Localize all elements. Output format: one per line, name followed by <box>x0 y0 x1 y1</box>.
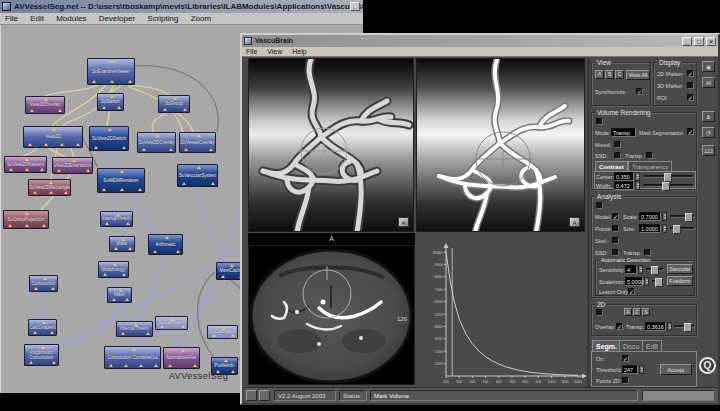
graph-node[interactable]: SoVesselOverlay <box>179 132 216 153</box>
marker-2d-checkbox[interactable] <box>687 70 694 77</box>
center-slider[interactable] <box>644 175 694 178</box>
size-slider[interactable] <box>670 227 695 230</box>
menu-help[interactable]: Help <box>288 47 310 56</box>
data-grid-icon[interactable]: 123 <box>702 145 715 156</box>
graph-node[interactable]: Morphology <box>98 261 129 278</box>
twod-axial-button[interactable]: A <box>624 308 632 316</box>
twod-sagittal-button[interactable]: S <box>642 308 650 316</box>
twod-enable-checkbox[interactable] <box>596 309 603 316</box>
model-checkbox[interactable] <box>612 213 619 220</box>
graph-node[interactable]: SoCalculator <box>155 316 188 330</box>
graph-node[interactable]: Convolution CombineOut <box>104 346 161 369</box>
histogram-plot[interactable]: 1000200030004000500060007000800090001000… <box>420 240 587 392</box>
graph-node[interactable]: SoGroup <box>158 95 190 113</box>
twod-coronal-button[interactable]: C <box>633 308 641 316</box>
threshold-spinner[interactable] <box>639 365 644 374</box>
sensitivity-slider[interactable] <box>646 268 664 271</box>
graph-node[interactable]: SoView2DOverlay <box>137 132 176 153</box>
scale-mm-field[interactable]: 5.0000 <box>625 277 643 286</box>
analysis-transp-checkbox[interactable] <box>644 249 651 256</box>
size-field[interactable]: 1.0000 <box>639 224 661 233</box>
status-tool-button-1[interactable] <box>246 390 257 401</box>
width-slider[interactable] <box>644 184 694 187</box>
marker-3d-checkbox[interactable] <box>687 82 694 89</box>
scale-mm-slider[interactable] <box>652 280 664 283</box>
scale-spinner[interactable] <box>662 212 667 221</box>
tab-transparency[interactable]: Transparency <box>628 161 672 171</box>
graph-node[interactable]: SoView2DMarkers <box>4 156 47 173</box>
graph-node[interactable]: SoSwitch <box>97 93 124 111</box>
graph-node[interactable]: SoView2DSwitch <box>89 126 129 151</box>
tab-edit[interactable]: Edit <box>642 340 662 351</box>
on-checkbox[interactable] <box>622 355 629 362</box>
view-all-icon[interactable]: All <box>702 77 715 88</box>
viewer-title-bar[interactable]: VascuBrain <box>242 35 718 47</box>
analysis-enable-checkbox[interactable] <box>596 202 603 209</box>
mixed-checkbox[interactable] <box>614 141 621 148</box>
graph-node[interactable]: SoExaminerViewer <box>87 58 135 85</box>
analysis-ssd-checkbox[interactable] <box>612 249 619 256</box>
roi-checkbox[interactable] <box>687 94 694 101</box>
graph-node[interactable]: Mask <box>109 236 135 252</box>
menu-view[interactable]: View <box>263 47 286 56</box>
tab-segm[interactable]: Segm. <box>592 340 621 351</box>
minimize-button[interactable]: _ <box>682 37 692 46</box>
copy-image-icon[interactable]: 🗍 <box>702 127 715 138</box>
scale-slider[interactable] <box>670 215 695 218</box>
lesion-only-checkbox[interactable] <box>628 288 635 295</box>
points-checkbox[interactable] <box>612 225 619 232</box>
graph-node[interactable]: View2D <box>23 126 83 148</box>
mode-dropdown[interactable]: Transp <box>611 128 636 137</box>
graph-node[interactable]: SoVascularSystem <box>177 164 218 187</box>
save-image-icon[interactable]: 🗎 <box>702 111 715 122</box>
maximize-view-icon[interactable]: ▣ <box>702 61 715 72</box>
menu-file[interactable]: File <box>242 47 261 56</box>
twod-transp-field[interactable]: 0.3616 <box>645 322 666 331</box>
viewport-3d-surface[interactable]: A <box>416 58 585 232</box>
graph-node[interactable]: View2DExtensions <box>52 157 93 174</box>
fusiform-button[interactable]: Fusiform <box>667 276 693 286</box>
viewport-2d-slice[interactable]: 126 <box>248 245 415 385</box>
close-button[interactable]: ✕ <box>706 37 716 46</box>
volume-enable-checkbox[interactable] <box>596 118 603 125</box>
accept-button[interactable]: Accept <box>660 364 692 375</box>
tab-docu[interactable]: Docu <box>619 340 643 351</box>
maximize-button[interactable]: □ <box>694 37 704 46</box>
sensitivity-spinner[interactable] <box>638 265 643 274</box>
threshold-field[interactable]: 247 <box>622 365 638 374</box>
synchronize-checkbox[interactable] <box>636 88 643 95</box>
graph-node[interactable]: CalcGradient <box>28 319 57 336</box>
sensitivity-field[interactable]: 4 <box>625 265 637 274</box>
overlay-checkbox[interactable] <box>616 323 623 330</box>
width-field[interactable]: 0.472 <box>614 181 634 190</box>
view-sagittal-button[interactable]: S <box>605 70 614 79</box>
twod-transp-spinner[interactable] <box>667 322 672 331</box>
width-spinner[interactable] <box>635 181 640 190</box>
viewport-3d-volume[interactable]: A <box>248 58 414 232</box>
orientation-cube-icon[interactable]: A <box>569 217 580 227</box>
graph-node[interactable]: View2DOverlay <box>25 96 65 114</box>
tab-contrast[interactable]: Contrast <box>595 161 628 171</box>
graph-node[interactable]: NormalizeFilter <box>163 347 200 369</box>
graph-node[interactable]: SoWEMRenderer <box>97 168 145 193</box>
graph-node[interactable]: SoView2DRectangle <box>28 179 71 196</box>
orientation-cube-icon[interactable]: A <box>398 217 409 227</box>
transp-checkbox[interactable] <box>646 152 653 159</box>
saccular-button[interactable]: Saccular <box>667 264 693 274</box>
view-all-button[interactable]: View All <box>626 70 650 80</box>
points-2d-checkbox[interactable] <box>622 377 629 384</box>
size-spinner[interactable] <box>662 224 667 233</box>
view-axial-button[interactable]: A <box>595 70 604 79</box>
graph-node[interactable]: Mask <box>107 287 132 303</box>
graph-node[interactable]: SoOrthoProjection <box>3 210 49 229</box>
status-tool-button-2[interactable] <box>259 390 270 401</box>
graph-node[interactable]: ImgSmooth Convolution <box>24 344 59 366</box>
skel-checkbox[interactable] <box>612 237 619 244</box>
center-spinner[interactable] <box>635 172 640 181</box>
view-coronal-button[interactable]: C <box>615 70 624 79</box>
graph-node[interactable]: IntervalThresh <box>100 211 133 227</box>
graph-node[interactable]: Arithmetic <box>148 234 183 255</box>
twod-transp-slider[interactable] <box>674 325 695 328</box>
graph-node[interactable]: IntervalThresh <box>116 321 153 337</box>
scale-field[interactable]: 0.7000 <box>639 212 661 221</box>
